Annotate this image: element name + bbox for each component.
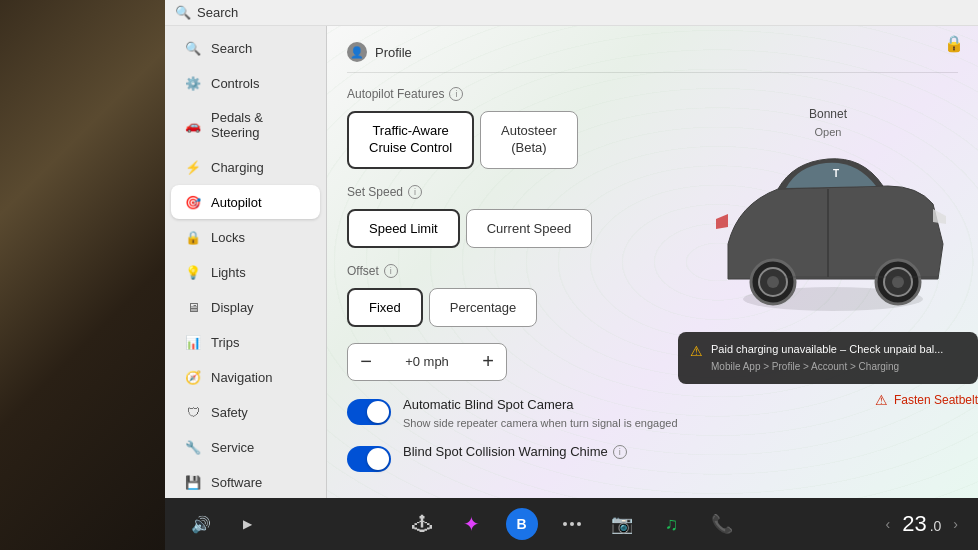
search-icon: 🔍 bbox=[175, 5, 191, 20]
offset-value: +0 mph bbox=[384, 354, 470, 369]
autopilot-features-label: Autopilot Features bbox=[347, 87, 444, 101]
speed-right-arrow: › bbox=[953, 516, 958, 532]
speed-limit-button[interactable]: Speed Limit bbox=[347, 209, 460, 248]
charging-icon: ⚡ bbox=[185, 159, 201, 175]
speed-left-arrow: ‹ bbox=[885, 516, 890, 532]
speed-value: 23 bbox=[902, 511, 926, 537]
taskbar: 🔊 ▶ 🕹 ✦ B 📷 ♫ 📞 ‹ 23 .0 › bbox=[165, 498, 978, 550]
paid-charging-warning-icon: ⚠ bbox=[690, 343, 703, 359]
content-area: 🔍 Search ⚙️ Controls 🚗 Pedals & Steering… bbox=[165, 26, 978, 498]
blind-spot-camera-label: Automatic Blind Spot Camera bbox=[403, 397, 678, 414]
set-speed-label: Set Speed bbox=[347, 185, 403, 199]
blind-spot-warning-label: Blind Spot Collision Warning Chime i bbox=[403, 444, 627, 461]
blind-spot-warning-info-icon[interactable]: i bbox=[613, 445, 627, 459]
sidebar-item-charging[interactable]: ⚡ Charging bbox=[171, 150, 320, 184]
search-sidebar-icon: 🔍 bbox=[185, 40, 201, 56]
paid-charging-msg: Paid charging unavailable – Check unpaid… bbox=[711, 343, 943, 355]
sidebar-label-locks: Locks bbox=[211, 230, 245, 245]
dot-2 bbox=[570, 522, 574, 526]
blind-spot-camera-text: Automatic Blind Spot Camera Show side re… bbox=[403, 397, 678, 430]
autopilot-feature-buttons: Traffic-Aware Cruise Control Autosteer (… bbox=[347, 111, 958, 169]
sidebar-label-charging: Charging bbox=[211, 160, 264, 175]
lock-icon: 🔒 bbox=[944, 34, 964, 53]
set-speed-title: Set Speed i bbox=[347, 185, 958, 199]
sidebar-item-search[interactable]: 🔍 Search bbox=[171, 31, 320, 65]
sidebar-item-autopilot[interactable]: 🎯 Autopilot bbox=[171, 185, 320, 219]
sidebar-item-trips[interactable]: 📊 Trips bbox=[171, 325, 320, 359]
autopilot-features-info-icon[interactable]: i bbox=[449, 87, 463, 101]
sidebar-item-pedals[interactable]: 🚗 Pedals & Steering bbox=[171, 101, 320, 149]
sidebar-label-pedals: Pedals & Steering bbox=[211, 110, 306, 140]
set-speed-info-icon[interactable]: i bbox=[408, 185, 422, 199]
sidebar-item-controls[interactable]: ⚙️ Controls bbox=[171, 66, 320, 100]
offset-title: Offset i bbox=[347, 264, 958, 278]
star-icon[interactable]: ✦ bbox=[456, 508, 488, 540]
top-bar: 🔍 Search bbox=[165, 0, 978, 26]
sidebar-label-safety: Safety bbox=[211, 405, 248, 420]
search-label: Search bbox=[197, 5, 238, 20]
forward-icon[interactable]: ▶ bbox=[231, 508, 263, 540]
taskbar-center: 🕹 ✦ B 📷 ♫ 📞 bbox=[406, 508, 738, 540]
sidebar-item-lights[interactable]: 💡 Lights bbox=[171, 255, 320, 289]
offset-increment-button[interactable]: + bbox=[470, 344, 506, 380]
svg-point-6 bbox=[892, 276, 904, 288]
profile-avatar: 👤 bbox=[347, 42, 367, 62]
traffic-aware-cc-button[interactable]: Traffic-Aware Cruise Control bbox=[347, 111, 474, 169]
sidebar: 🔍 Search ⚙️ Controls 🚗 Pedals & Steering… bbox=[165, 26, 327, 498]
paid-charging-sub: Mobile App > Profile > Account > Chargin… bbox=[711, 360, 943, 374]
trips-icon: 📊 bbox=[185, 334, 201, 350]
current-speed-button[interactable]: Current Speed bbox=[466, 209, 593, 248]
blind-spot-warning-toggle[interactable] bbox=[347, 446, 391, 472]
joystick-icon[interactable]: 🕹 bbox=[406, 508, 438, 540]
speed-display: 23 .0 bbox=[902, 511, 941, 537]
bluetooth-icon[interactable]: B bbox=[506, 508, 538, 540]
dot-1 bbox=[563, 522, 567, 526]
search-bar[interactable]: 🔍 Search bbox=[175, 5, 238, 20]
lights-icon: 💡 bbox=[185, 264, 201, 280]
dot-menu bbox=[563, 522, 581, 526]
fixed-button[interactable]: Fixed bbox=[347, 288, 423, 327]
offset-decrement-button[interactable]: − bbox=[348, 344, 384, 380]
safety-icon: 🛡 bbox=[185, 404, 201, 420]
sidebar-item-service[interactable]: 🔧 Service bbox=[171, 430, 320, 464]
profile-section: 👤 Profile bbox=[347, 42, 958, 73]
svg-text:T: T bbox=[833, 168, 839, 179]
sidebar-label-lights: Lights bbox=[211, 265, 246, 280]
taskbar-right: ‹ 23 .0 › bbox=[885, 511, 958, 537]
volume-icon[interactable]: 🔊 bbox=[185, 508, 217, 540]
sidebar-label-display: Display bbox=[211, 300, 254, 315]
profile-label: Profile bbox=[375, 45, 412, 60]
sidebar-item-display[interactable]: 🖥 Display bbox=[171, 290, 320, 324]
autosteer-beta-button[interactable]: Autosteer (Beta) bbox=[480, 111, 578, 169]
sidebar-label-search: Search bbox=[211, 41, 252, 56]
paid-charging-text: Paid charging unavailable – Check unpaid… bbox=[711, 342, 943, 373]
speed-decimal: .0 bbox=[930, 518, 942, 534]
locks-icon: 🔒 bbox=[185, 229, 201, 245]
sidebar-label-controls: Controls bbox=[211, 76, 259, 91]
autopilot-content: 🔒 👤 Profile Autopilot Features i Traffic… bbox=[327, 26, 978, 498]
sidebar-item-navigation[interactable]: 🧭 Navigation bbox=[171, 360, 320, 394]
sidebar-item-locks[interactable]: 🔒 Locks bbox=[171, 220, 320, 254]
offset-type-buttons: Fixed Percentage bbox=[347, 288, 958, 327]
camera-icon[interactable]: 📷 bbox=[606, 508, 638, 540]
dot-3 bbox=[577, 522, 581, 526]
blind-spot-camera-toggle[interactable] bbox=[347, 399, 391, 425]
phone-icon[interactable]: 📞 bbox=[706, 508, 738, 540]
offset-info-icon[interactable]: i bbox=[384, 264, 398, 278]
svg-point-3 bbox=[767, 276, 779, 288]
offset-label: Offset bbox=[347, 264, 379, 278]
percentage-button[interactable]: Percentage bbox=[429, 288, 538, 327]
more-options-icon[interactable] bbox=[556, 508, 588, 540]
software-icon: 💾 bbox=[185, 474, 201, 490]
tesla-screen: 🔍 Search 🔍 Search ⚙️ Controls 🚗 Pedals &… bbox=[165, 0, 978, 550]
sidebar-label-autopilot: Autopilot bbox=[211, 195, 262, 210]
paid-charging-banner: ⚠ Paid charging unavailable – Check unpa… bbox=[678, 332, 978, 383]
navigation-icon: 🧭 bbox=[185, 369, 201, 385]
display-icon: 🖥 bbox=[185, 299, 201, 315]
blind-spot-camera-toggle-row: Automatic Blind Spot Camera Show side re… bbox=[347, 397, 958, 430]
spotify-icon[interactable]: ♫ bbox=[656, 508, 688, 540]
sidebar-item-software[interactable]: 💾 Software bbox=[171, 465, 320, 498]
blind-spot-warning-text: Blind Spot Collision Warning Chime i bbox=[403, 444, 627, 461]
autopilot-features-title: Autopilot Features i bbox=[347, 87, 958, 101]
sidebar-item-safety[interactable]: 🛡 Safety bbox=[171, 395, 320, 429]
